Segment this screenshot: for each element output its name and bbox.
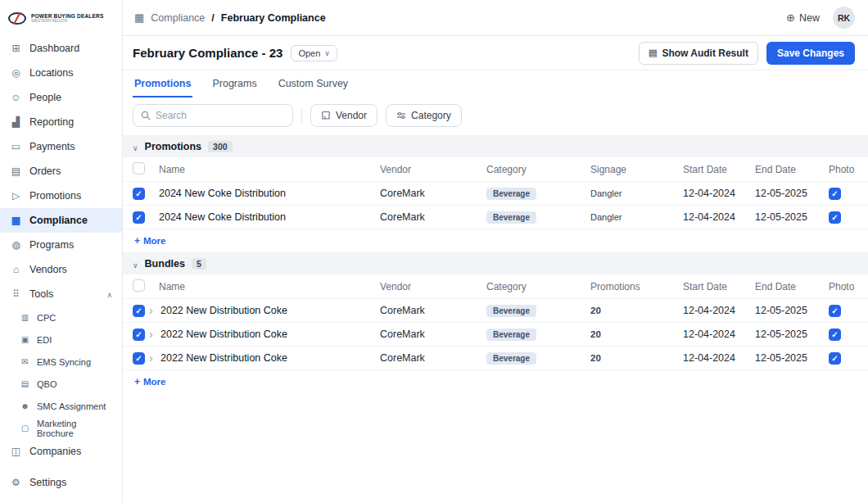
- chevron-down-icon[interactable]: [133, 140, 138, 153]
- gear-icon: ⚙: [10, 477, 22, 488]
- bundles-section-header[interactable]: Bundles 5: [123, 252, 868, 274]
- sidebar-nav: ⊞ Dashboard ◎ Locations ☺ People ▟ Repor…: [0, 36, 122, 503]
- bundle-name: 2022 New Distribution Coke: [160, 329, 380, 340]
- column-header-photo: Photo: [829, 281, 861, 292]
- sidebar-subitem-label: Marketing Brochure: [37, 419, 112, 438]
- status-dropdown[interactable]: Open: [291, 45, 337, 61]
- sidebar-item-label: Companies: [29, 446, 81, 457]
- sidebar-item-programs[interactable]: ◍ Programs: [0, 233, 122, 257]
- logo: POWER BUYING DEALERS WESTERN REGION: [0, 0, 122, 36]
- photo-checkbox[interactable]: [829, 305, 841, 317]
- row-checkbox[interactable]: [133, 188, 145, 200]
- filter-divider: [301, 108, 302, 123]
- sidebar-subitem-edi[interactable]: ▣ EDI: [0, 329, 122, 351]
- category-badge: Beverage: [486, 188, 536, 200]
- select-all-checkbox[interactable]: [133, 162, 145, 174]
- new-button[interactable]: ⊕ New: [786, 11, 820, 24]
- sidebar-item-settings[interactable]: ⚙ Settings: [0, 470, 122, 495]
- sidebar-subitem-label: EMS Syncing: [37, 357, 91, 367]
- logo-subtitle: WESTERN REGION: [31, 19, 104, 23]
- photo-checkbox[interactable]: [829, 211, 841, 224]
- tab-custom-survey[interactable]: Custom Survey: [277, 70, 350, 97]
- expand-chevron-icon[interactable]: [149, 329, 160, 341]
- sidebar-item-reporting[interactable]: ▟ Reporting: [0, 110, 122, 134]
- table-row: 2022 New Distribution Coke CoreMark Beve…: [123, 323, 868, 347]
- sidebar-item-payments[interactable]: ▭ Payments: [0, 134, 122, 159]
- column-header-name: Name: [159, 164, 380, 175]
- promotions-more-link[interactable]: More: [123, 229, 868, 252]
- orders-icon: ▤: [10, 165, 22, 177]
- column-header-start-date: Start Date: [683, 164, 755, 175]
- row-checkbox[interactable]: [133, 329, 145, 341]
- bundle-end-date: 12-05-2025: [755, 352, 829, 364]
- section-title: Bundles: [145, 258, 185, 270]
- chevron-up-icon[interactable]: [106, 289, 112, 300]
- section-count-badge: 5: [192, 258, 206, 270]
- sidebar-item-vendors[interactable]: ⌂ Vendors: [0, 257, 122, 282]
- sidebar-item-companies[interactable]: ◫ Companies: [0, 439, 122, 464]
- search-icon: [141, 111, 151, 120]
- save-changes-button[interactable]: Save Changes: [766, 42, 855, 65]
- row-checkbox[interactable]: [133, 211, 145, 224]
- promotion-name: 2024 New Coke Distribution: [159, 211, 380, 223]
- sidebar-subitem-ems-syncing[interactable]: ✉ EMS Syncing: [0, 351, 122, 373]
- reporting-icon: ▟: [10, 116, 22, 128]
- sidebar: POWER BUYING DEALERS WESTERN REGION ⊞ Da…: [0, 0, 123, 503]
- category-badge: Beverage: [486, 329, 536, 341]
- bundles-more-link[interactable]: More: [123, 370, 868, 393]
- logo-icon: [8, 12, 26, 25]
- compliance-icon: ▦: [10, 215, 22, 226]
- tab-programs[interactable]: Programs: [210, 70, 258, 97]
- row-checkbox[interactable]: [133, 305, 145, 317]
- sidebar-item-label: Payments: [29, 141, 75, 152]
- promotion-start-date: 12-04-2024: [683, 188, 755, 199]
- bundle-end-date: 12-05-2025: [755, 329, 829, 340]
- plus-icon: [134, 235, 140, 247]
- promotions-section-header[interactable]: Promotions 300: [123, 135, 868, 157]
- column-header-category: Category: [486, 164, 590, 175]
- select-all-checkbox[interactable]: [133, 279, 145, 292]
- sidebar-item-promotions[interactable]: ▷ Promotions: [0, 184, 122, 208]
- new-button-label: New: [799, 12, 820, 24]
- qbo-icon: ▤: [20, 379, 30, 388]
- vendor-filter-button[interactable]: Vendor: [310, 104, 377, 127]
- photo-checkbox[interactable]: [829, 188, 841, 200]
- show-audit-result-button[interactable]: ▤ Show Audit Result: [639, 42, 758, 65]
- sidebar-subitem-qbo[interactable]: ▤ QBO: [0, 373, 122, 395]
- photo-checkbox[interactable]: [829, 329, 841, 341]
- search-input[interactable]: [156, 110, 285, 121]
- chevron-down-icon[interactable]: [133, 257, 138, 270]
- sidebar-item-people[interactable]: ☺ People: [0, 85, 122, 110]
- sidebar-subitem-smc-assignment[interactable]: ☻ SMC Assignment: [0, 395, 122, 417]
- main-content: ▦ Compliance / February Compliance ⊕ New…: [123, 0, 868, 503]
- sidebar-item-locations[interactable]: ◎ Locations: [0, 61, 122, 85]
- expand-chevron-icon[interactable]: [149, 352, 160, 365]
- sidebar-subitem-marketing-brochure[interactable]: ▢ Marketing Brochure: [0, 417, 122, 439]
- sidebar-item-tools[interactable]: ⠿ Tools: [0, 282, 122, 306]
- bundle-vendor: CoreMark: [380, 329, 486, 340]
- page-title: February Compliance - 23: [133, 46, 283, 60]
- promotion-name: 2024 New Coke Distribution: [159, 188, 380, 199]
- bundle-promotions-count: 20: [590, 306, 683, 315]
- breadcrumb-separator: /: [211, 12, 214, 24]
- row-checkbox[interactable]: [133, 352, 145, 365]
- sidebar-item-dashboard[interactable]: ⊞ Dashboard: [0, 36, 122, 61]
- sidebar-item-label: Reporting: [29, 116, 74, 128]
- breadcrumb-parent[interactable]: Compliance: [151, 12, 205, 24]
- bundle-vendor: CoreMark: [380, 352, 486, 364]
- sidebar-item-compliance[interactable]: ▦ Compliance: [0, 208, 122, 233]
- expand-chevron-icon[interactable]: [149, 305, 160, 317]
- programs-icon: ◍: [10, 239, 22, 251]
- tab-promotions[interactable]: Promotions: [133, 70, 192, 97]
- photo-checkbox[interactable]: [829, 352, 841, 365]
- sidebar-subitem-cpc[interactable]: ▥ CPC: [0, 306, 122, 329]
- section-count-badge: 300: [208, 141, 233, 152]
- column-header-promotions: Promotions: [590, 281, 683, 292]
- sidebar-item-orders[interactable]: ▤ Orders: [0, 159, 122, 184]
- more-label: More: [143, 236, 165, 246]
- category-filter-button[interactable]: Category: [386, 104, 462, 127]
- avatar[interactable]: RK: [833, 7, 855, 29]
- filter-bar: Vendor Category: [123, 97, 868, 135]
- sidebar-subitem-label: SMC Assignment: [37, 401, 106, 411]
- column-header-signage: Signage: [590, 164, 683, 175]
